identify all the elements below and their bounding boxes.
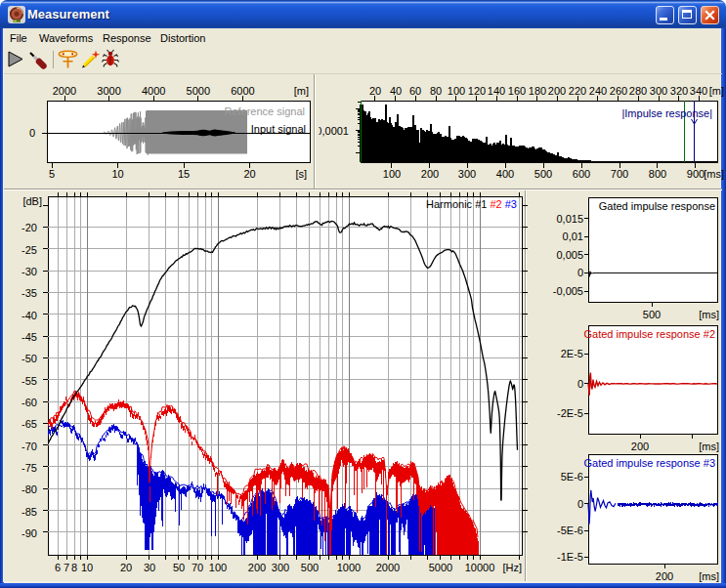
svg-text:2E-5: 2E-5 [561, 348, 583, 359]
svg-text:[s]: [s] [295, 168, 307, 180]
svg-text:-80: -80 [21, 483, 37, 495]
svg-text:15: 15 [178, 168, 190, 180]
svg-text:-50: -50 [21, 353, 37, 364]
svg-text:100: 100 [209, 562, 227, 573]
svg-text:5: 5 [49, 168, 55, 180]
svg-text:500: 500 [534, 168, 552, 180]
svg-text:140: 140 [488, 85, 505, 97]
svg-text:0,015: 0,015 [556, 213, 583, 225]
svg-text:20: 20 [243, 168, 255, 180]
svg-text:50: 50 [173, 562, 185, 573]
svg-text:3000: 3000 [97, 85, 120, 97]
svg-text:200: 200 [248, 562, 266, 573]
svg-text:600: 600 [573, 168, 590, 180]
svg-text:30: 30 [144, 562, 155, 573]
svg-text:Gated impulse response: Gated impulse response [599, 200, 715, 212]
svg-text:900: 900 [687, 168, 705, 180]
svg-text:-45: -45 [21, 331, 37, 343]
svg-text:-75: -75 [21, 462, 37, 474]
svg-text:-60: -60 [21, 397, 37, 408]
svg-text:[ms]: [ms] [704, 168, 724, 180]
svg-text:300: 300 [650, 85, 667, 97]
svg-text:8: 8 [71, 562, 77, 573]
svg-text:[ms]: [ms] [699, 570, 719, 582]
svg-text:100: 100 [383, 168, 401, 180]
svg-text:0: 0 [29, 127, 35, 139]
svg-text:180: 180 [529, 85, 546, 97]
svg-text:0,01: 0,01 [563, 231, 583, 242]
svg-text:60: 60 [409, 85, 421, 97]
svg-text:320: 320 [670, 85, 688, 97]
svg-text:[Hz]: [Hz] [502, 562, 522, 573]
svg-text:800: 800 [649, 168, 666, 180]
svg-text:6: 6 [55, 562, 61, 573]
svg-text:0: 0 [577, 267, 583, 278]
svg-text:5E-6: 5E-6 [561, 471, 583, 483]
svg-text:Reference signal: Reference signal [224, 105, 305, 117]
svg-text:340: 340 [690, 85, 707, 97]
svg-text:[m]: [m] [294, 85, 309, 97]
svg-text:-1E-5: -1E-5 [557, 551, 583, 563]
svg-text:-25: -25 [21, 244, 37, 256]
svg-text:[ms]: [ms] [699, 441, 719, 452]
svg-text:260: 260 [610, 85, 627, 97]
svg-text:4000: 4000 [142, 85, 165, 97]
svg-text:10000: 10000 [465, 562, 495, 573]
svg-text:120: 120 [468, 85, 486, 97]
svg-text:500: 500 [301, 562, 319, 573]
svg-text:Gated impulse response #3: Gated impulse response #3 [583, 457, 715, 469]
svg-text:-35: -35 [21, 287, 37, 299]
svg-text:240: 240 [589, 85, 607, 97]
svg-text:5000: 5000 [429, 562, 452, 573]
svg-text:20: 20 [120, 562, 132, 573]
svg-text:-55: -55 [21, 375, 37, 387]
svg-text:0,005: 0,005 [556, 249, 583, 261]
svg-text:-20: -20 [21, 222, 37, 233]
svg-text:[m]: [m] [709, 85, 724, 97]
svg-text:0,0001: 0,0001 [316, 125, 349, 137]
svg-text:300: 300 [458, 168, 476, 180]
svg-text:-90: -90 [21, 527, 37, 539]
svg-text:0: 0 [577, 498, 583, 510]
svg-text:80: 80 [430, 85, 442, 97]
svg-text:5000: 5000 [187, 85, 210, 97]
svg-text:500: 500 [643, 309, 661, 320]
svg-text:20: 20 [369, 85, 381, 97]
svg-text:2000: 2000 [376, 562, 400, 573]
svg-text:200: 200 [421, 168, 439, 180]
svg-text:[dB]: [dB] [22, 195, 42, 207]
svg-text:Harmonic #1 #2 #3: Harmonic #1 #2 #3 [426, 198, 517, 210]
svg-text:300: 300 [272, 562, 289, 573]
svg-text:2000: 2000 [53, 85, 76, 97]
svg-text:0: 0 [577, 378, 583, 390]
svg-text:|Impulse response|: |Impulse response| [621, 107, 712, 119]
svg-text:10: 10 [111, 168, 123, 180]
svg-text:1000: 1000 [337, 562, 361, 573]
svg-text:-70: -70 [21, 441, 37, 452]
svg-text:10: 10 [81, 562, 93, 573]
svg-text:7: 7 [64, 562, 69, 573]
svg-text:Input signal: Input signal [251, 123, 306, 135]
svg-text:200: 200 [631, 441, 649, 452]
svg-text:100: 100 [448, 85, 465, 97]
svg-text:40: 40 [390, 85, 402, 97]
svg-text:6000: 6000 [231, 85, 254, 97]
svg-text:220: 220 [569, 85, 586, 97]
svg-text:-5E-6: -5E-6 [557, 525, 583, 536]
svg-text:Gated impulse response #2: Gated impulse response #2 [583, 328, 715, 340]
svg-text:-85: -85 [21, 506, 37, 518]
svg-text:-40: -40 [21, 310, 37, 321]
svg-text:-30: -30 [21, 266, 37, 277]
svg-text:700: 700 [611, 168, 628, 180]
svg-text:[ms]: [ms] [699, 309, 719, 320]
svg-text:-0,005: -0,005 [553, 285, 583, 297]
svg-text:200: 200 [548, 85, 566, 97]
svg-text:160: 160 [508, 85, 526, 97]
svg-text:70: 70 [192, 562, 203, 573]
svg-text:-65: -65 [21, 418, 37, 430]
svg-text:-2E-5: -2E-5 [557, 407, 583, 419]
svg-text:400: 400 [496, 168, 514, 180]
svg-text:200: 200 [656, 570, 673, 582]
svg-text:280: 280 [629, 85, 647, 97]
